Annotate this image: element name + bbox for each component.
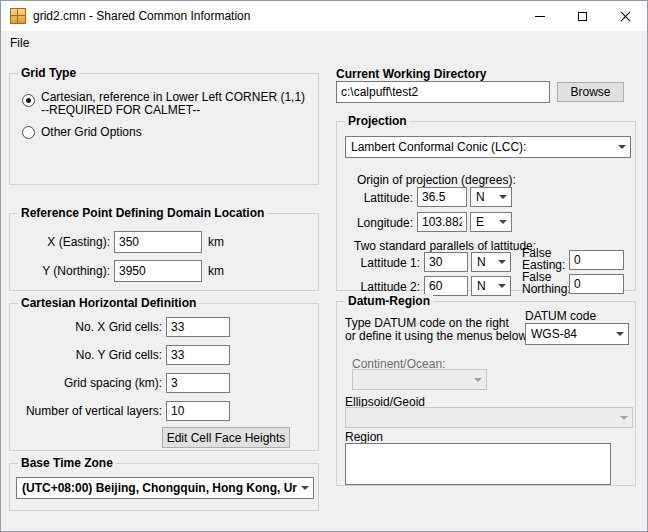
y-northing-field[interactable] [114,260,202,282]
latitude-direction-select[interactable]: N [470,187,512,207]
maximize-icon [578,12,587,21]
time-zone-select[interactable]: (UTC+08:00) Beijing, Chongquin, Hong Kon… [16,477,314,499]
latitude1-direction-value: N [472,255,494,269]
radio-other-grid-options[interactable] [22,126,35,139]
x-easting-label: X (Easting): [14,235,110,249]
cartesian-title: Cartesian Horizontal Definition [18,296,199,310]
latitude2-label: Lattitude 2: [349,280,420,294]
window: grid2.cmn - Shared Common Information Fi… [0,0,648,532]
x-easting-field[interactable] [114,231,202,253]
grid-type-title: Grid Type [18,66,79,80]
grid-spacing-label: Grid spacing (km): [14,376,162,390]
continent-ocean-select [352,369,487,390]
projection-title: Projection [345,114,410,128]
base-time-zone-group: Base Time Zone (UTC+08:00) Beijing, Chon… [9,463,319,511]
latitude1-label: Lattitude 1: [349,256,420,270]
datum-hint-line1: Type DATUM code on the right [345,316,509,330]
chevron-down-icon [494,277,510,295]
datum-code-select[interactable]: WGS-84 [525,323,629,345]
menu-file[interactable]: File [1,32,38,55]
menu-bar: File [1,31,647,56]
longitude-label: Longitude: [347,216,413,230]
y-northing-label: Y (Northing): [14,264,110,278]
title-bar: grid2.cmn - Shared Common Information [1,1,647,31]
radio-cartesian-label-line2: --REQUIRED FOR CALMET-- [41,103,200,117]
maximize-button[interactable] [561,1,604,31]
false-northing-label-line2: Northing: [522,282,571,296]
datum-code-value: WGS-84 [526,327,612,341]
datum-code-label: DATUM code [525,309,596,323]
datum-region-title: Datum-Region [345,294,433,308]
chevron-down-icon [612,324,628,344]
chevron-down-icon [494,253,510,271]
chevron-down-icon [297,478,313,498]
vertical-layers-label: Number of vertical layers: [14,404,162,418]
latitude2-field[interactable] [424,276,468,296]
minimize-icon [535,16,545,17]
latitude-field[interactable] [417,187,467,207]
y-grid-cells-label: No. Y Grid cells: [14,348,162,362]
projection-type-select[interactable]: Lambert Conformal Conic (LCC): [345,136,631,158]
chevron-down-icon [470,370,486,389]
x-grid-cells-field[interactable] [166,317,230,337]
grid-type-group: Grid Type Cartesian, reference in Lower … [9,73,319,185]
y-grid-cells-field[interactable] [166,345,230,365]
longitude-direction-select[interactable]: E [470,212,512,232]
chevron-down-icon [495,188,511,206]
latitude1-direction-select[interactable]: N [471,252,511,272]
false-northing-field[interactable] [569,274,624,294]
projection-group: Projection Lambert Conformal Conic (LCC)… [336,121,636,291]
radio-cartesian-label-line1[interactable]: Cartesian, reference in Lower Left CORNE… [41,90,305,104]
grid-spacing-field[interactable] [166,373,230,393]
working-directory-field[interactable] [336,81,550,103]
datum-region-group: Datum-Region Type DATUM code on the righ… [336,301,636,486]
close-icon [620,11,631,22]
longitude-direction-value: E [471,215,495,229]
projection-type-value: Lambert Conformal Conic (LCC): [346,140,614,154]
y-northing-unit: km [208,264,224,278]
chevron-down-icon [616,408,632,427]
window-controls [518,1,647,31]
x-grid-cells-label: No. X Grid cells: [14,320,162,334]
longitude-field[interactable] [417,212,467,232]
app-icon [10,8,26,24]
latitude2-direction-select[interactable]: N [471,276,511,296]
region-label: Region [345,430,383,444]
close-button[interactable] [604,1,647,31]
cartesian-group: Cartesian Horizontal Definition No. X Gr… [9,303,319,451]
region-field[interactable] [345,443,611,485]
window-title: grid2.cmn - Shared Common Information [33,9,250,23]
latitude2-direction-value: N [472,279,494,293]
ellipsoid-geoid-select [345,407,633,428]
x-easting-unit: km [208,235,224,249]
datum-hint-line2: or define it using the menus below: [345,329,530,343]
origin-of-projection-label: Origin of projection (degrees): [357,173,516,187]
base-time-zone-title: Base Time Zone [18,456,116,470]
browse-button[interactable]: Browse [557,82,624,102]
standard-parallels-label: Two standard parallels of lattitude: [354,239,536,253]
radio-cartesian[interactable] [22,94,35,107]
latitude-direction-value: N [471,190,495,204]
latitude1-field[interactable] [424,252,468,272]
chevron-down-icon [614,137,630,157]
reference-point-title: Reference Point Defining Domain Location [18,206,267,220]
false-easting-field[interactable] [569,250,624,270]
vertical-layers-field[interactable] [166,401,230,421]
radio-other-grid-options-label[interactable]: Other Grid Options [41,125,142,139]
latitude-label: Lattitude: [347,191,413,205]
chevron-down-icon [495,213,511,231]
edit-cell-face-heights-button[interactable]: Edit Cell Face Heights [162,427,290,448]
time-zone-value: (UTC+08:00) Beijing, Chongquin, Hong Kon… [17,481,297,495]
minimize-button[interactable] [518,1,561,31]
reference-point-group: Reference Point Defining Domain Location… [9,213,319,291]
working-directory-label: Current Working Directory [336,67,486,81]
